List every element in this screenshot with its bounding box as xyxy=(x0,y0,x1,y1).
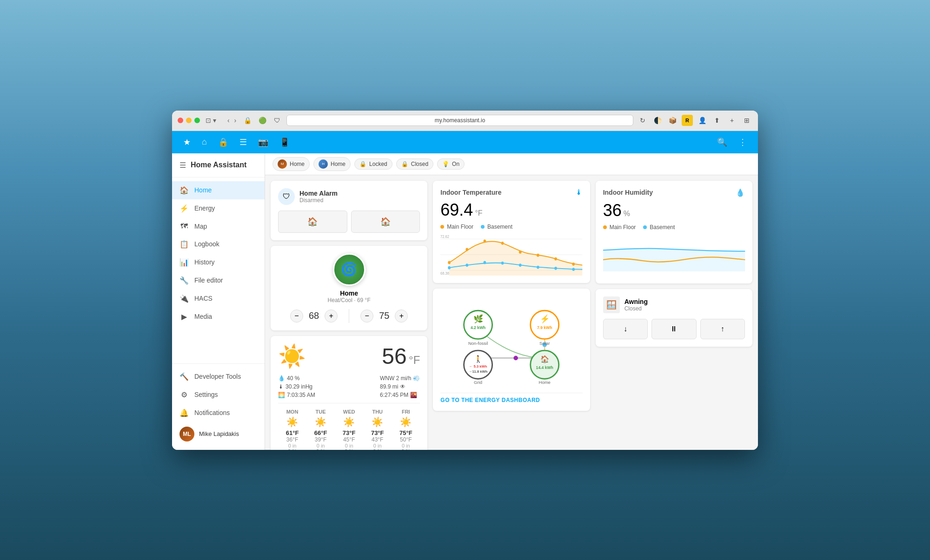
alarm-icon: 🛡 xyxy=(278,188,295,205)
sunset-icon: 🌇 xyxy=(410,392,417,398)
sidebar-toggle-browser[interactable]: ⊡ ▾ xyxy=(204,116,218,125)
avatar-chip-1: M xyxy=(278,159,287,169)
refresh-button[interactable]: ↻ xyxy=(637,115,648,126)
sidebar-item-energy[interactable]: ⚡ Energy xyxy=(172,199,265,217)
quicknav-chip-home1[interactable]: M Home xyxy=(272,157,310,171)
app-title: Home Assistant xyxy=(191,161,246,169)
pocket-icon[interactable]: 🛡 xyxy=(272,115,283,126)
forecast-icon-4: ☀️ xyxy=(392,416,420,428)
sidebar-item-logbook[interactable]: 📋 Logbook xyxy=(172,235,265,253)
sidebar-item-history[interactable]: 📊 History xyxy=(172,253,265,271)
heat-increase-btn[interactable]: + xyxy=(325,310,338,323)
maximize-button[interactable] xyxy=(194,118,200,123)
sidebar-item-label: HACS xyxy=(194,295,213,302)
nav-camera-icon[interactable]: 📷 xyxy=(254,133,272,151)
user-profile[interactable]: ML Mike Lapidakis xyxy=(172,422,265,446)
sidebar-item-media[interactable]: ▶ Media xyxy=(172,308,265,326)
weather-sunrise: 🌅 7:03:35 AM xyxy=(278,392,315,398)
svg-text:🚶: 🚶 xyxy=(474,355,483,363)
svg-text:7.9 kWh: 7.9 kWh xyxy=(537,325,552,330)
sidebar-item-file-editor[interactable]: 🔧 File editor xyxy=(172,271,265,290)
sidebar-item-home[interactable]: 🏠 Home xyxy=(172,181,265,199)
sidebar-item-hacs[interactable]: 🔌 HACS xyxy=(172,290,265,308)
heat-decrease-btn[interactable]: − xyxy=(290,310,303,323)
sidebar-item-label: Energy xyxy=(194,204,215,212)
quicknav-chip-closed[interactable]: 🔒 Closed xyxy=(396,158,433,170)
sidebar-item-developer-tools[interactable]: 🔨 Developer Tools xyxy=(172,368,265,386)
close-button[interactable] xyxy=(178,118,183,123)
svg-text:72.62: 72.62 xyxy=(440,234,449,239)
nav-lock-icon[interactable]: 🔒 xyxy=(214,133,232,151)
awning-up-btn[interactable]: ↑ xyxy=(700,319,745,339)
svg-text:⚡: ⚡ xyxy=(540,314,550,324)
svg-text:14.4 kWh: 14.4 kWh xyxy=(536,365,553,370)
humidity-legend-basement: Basement xyxy=(643,224,675,231)
forecast-thu: THU ☀️ 73°F 43°F 0 in 0 % xyxy=(363,409,392,450)
legend-dot-basement xyxy=(481,225,485,229)
shield-icon[interactable]: 🌓 xyxy=(652,115,663,126)
search-icon[interactable]: 🔍 xyxy=(713,133,731,151)
alarm-btn-away[interactable]: 🏠 xyxy=(278,211,347,233)
back-button[interactable]: ‹ xyxy=(226,116,232,125)
svg-point-17 xyxy=(519,264,522,267)
dashboard: 🛡 Home Alarm Disarmed 🏠 🏠 xyxy=(265,175,758,450)
thermostat-ring: 🌀 xyxy=(333,253,365,286)
share-icon[interactable]: ⬆ xyxy=(711,115,723,126)
minimize-button[interactable] xyxy=(186,118,192,123)
quicknav-chip-home2[interactable]: H Home xyxy=(313,157,351,171)
humidity-dot-basement xyxy=(643,225,647,229)
sidebar-item-label: Map xyxy=(194,223,207,230)
notifications-icon: 🔔 xyxy=(179,408,189,417)
on-chip-icon: 💡 xyxy=(442,161,449,167)
grid-icon[interactable]: ⊞ xyxy=(741,115,752,126)
nav-list-icon[interactable]: ☰ xyxy=(236,133,251,151)
quicknav-chip-locked[interactable]: 🔒 Locked xyxy=(354,158,392,170)
new-tab-icon[interactable]: + xyxy=(726,115,737,126)
lock-chip-icon: 🔒 xyxy=(359,161,366,167)
awning-controls: ↓ ⏸ ↑ xyxy=(603,319,745,339)
legend-basement: Basement xyxy=(481,224,512,230)
alarm-btn-home[interactable]: 🏠 xyxy=(351,211,420,233)
extension2-icon[interactable]: R xyxy=(682,115,693,126)
sidebar-nav: 🏠 Home ⚡ Energy 🗺 Map 📋 Logbook xyxy=(172,178,265,363)
address-bar[interactable]: my.homeassistant.io xyxy=(286,115,633,126)
security-icon[interactable]: 🔒 xyxy=(242,115,253,126)
cool-decrease-btn[interactable]: − xyxy=(360,310,373,323)
more-menu-icon[interactable]: ⋮ xyxy=(735,133,751,151)
indoor-temp-title: Indoor Temperature xyxy=(440,189,501,196)
svg-point-9 xyxy=(519,250,522,254)
svg-text:Solar: Solar xyxy=(539,340,550,345)
cube-icon[interactable]: 📦 xyxy=(667,115,678,126)
forward-button[interactable]: › xyxy=(232,116,239,125)
weather-humidity: 💧 40 % xyxy=(278,375,315,382)
go-to-energy-link[interactable]: GO TO THE ENERGY DASHBOARD xyxy=(440,393,582,403)
nav-phone-icon[interactable]: 📱 xyxy=(276,133,293,151)
quick-nav-bar: M Home H Home 🔒 Locked 🔒 Closed xyxy=(265,153,758,175)
sidebar-item-map[interactable]: 🗺 Map xyxy=(172,217,265,235)
extension-icon[interactable]: 🟢 xyxy=(257,115,268,126)
svg-point-14 xyxy=(466,264,469,267)
svg-point-5 xyxy=(448,261,451,264)
humidity-dot-main xyxy=(603,225,607,229)
sidebar-header: ☰ Home Assistant xyxy=(172,153,265,178)
nav-star-icon[interactable]: ★ xyxy=(179,133,194,151)
svg-text:Home: Home xyxy=(539,379,551,384)
sidebar-item-notifications[interactable]: 🔔 Notifications xyxy=(172,404,265,422)
sidebar-footer: 🔨 Developer Tools ⚙ Settings 🔔 Notificat… xyxy=(172,363,265,450)
quicknav-chip-on[interactable]: 💡 On xyxy=(437,158,465,170)
awning-down-btn[interactable]: ↓ xyxy=(603,319,648,339)
weather-visibility: 89.9 mi 👁 xyxy=(380,383,420,390)
sidebar-item-label: Notifications xyxy=(194,409,230,416)
profile-icon[interactable]: 👤 xyxy=(697,115,708,126)
forecast-wed: WED ☀️ 73°F 45°F 0 in 0 % xyxy=(335,409,363,450)
cool-increase-btn[interactable]: + xyxy=(395,310,408,323)
forecast-icon-2: ☀️ xyxy=(335,416,363,428)
nav-home-icon[interactable]: ⌂ xyxy=(198,133,211,151)
sidebar-item-label: History xyxy=(194,258,215,266)
alarm-title: Home Alarm xyxy=(299,190,338,197)
sidebar-item-settings[interactable]: ⚙ Settings xyxy=(172,386,265,404)
hamburger-icon[interactable]: ☰ xyxy=(179,161,186,170)
awning-card: 🪟 Awning Closed ↓ ⏸ ↑ xyxy=(596,289,752,347)
top-nav: ★ ⌂ 🔒 ☰ 📷 📱 🔍 ⋮ xyxy=(172,131,758,153)
awning-pause-btn[interactable]: ⏸ xyxy=(651,319,696,339)
